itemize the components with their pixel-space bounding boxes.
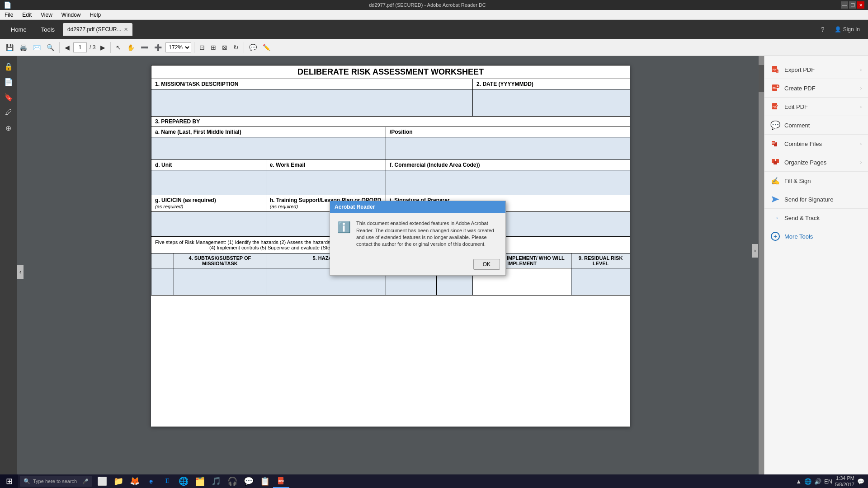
- taskbar-edge[interactable]: E: [159, 474, 175, 488]
- tray-input-method[interactable]: EN: [824, 478, 832, 485]
- menu-view[interactable]: View: [36, 10, 57, 19]
- zoom-select[interactable]: 172% 100% 125% 150%: [165, 42, 191, 52]
- save-button[interactable]: 💾: [4, 42, 16, 53]
- date-cell: [473, 89, 630, 117]
- separator-2: [110, 42, 111, 53]
- taskbar-files[interactable]: 🗂️: [192, 474, 208, 488]
- restore-button[interactable]: ❐: [849, 1, 856, 9]
- fit-page-button[interactable]: ⊡: [197, 42, 207, 53]
- right-panel-collapse-arrow[interactable]: ›: [752, 244, 758, 258]
- bookmark-tool[interactable]: 🔖: [2, 90, 15, 104]
- edit-pdf-item[interactable]: PDF Edit PDF ›: [764, 98, 868, 116]
- taskbar-skype[interactable]: 💬: [241, 474, 257, 488]
- tools-tab[interactable]: Tools: [35, 23, 61, 36]
- comment-item[interactable]: 💬 Comment: [764, 116, 868, 135]
- email-button[interactable]: ✉️: [31, 42, 43, 53]
- taskbar-chrome[interactable]: 🌐: [175, 474, 192, 488]
- fill-sign-item[interactable]: ✍️ Fill & Sign: [764, 172, 868, 190]
- nav-bar: Home Tools dd2977.pdf (SECUR... ✕ ? 👤 Si…: [0, 20, 868, 39]
- start-button[interactable]: ⊞: [0, 474, 18, 488]
- clock-time: 1:34 PM: [835, 475, 854, 481]
- dialog-body: ℹ️ This document enabled extended featur…: [330, 213, 505, 255]
- menu-edit[interactable]: Edit: [18, 10, 36, 19]
- uic-cell: [151, 212, 266, 237]
- main-layout: 🔒 📄 🔖 🖊 ⊕ ‹ DELIBERATE RISK ASSESSMENT W…: [0, 56, 868, 474]
- clock-date: 5/8/2017: [835, 481, 854, 488]
- tray-show-hidden[interactable]: ▲: [796, 478, 802, 485]
- toolbar: 💾 🖨️ ✉️ 🔍 ◀ 1 / 3 ▶ ↖ ✋ ➖ ➕ 172% 100% 12…: [0, 39, 868, 56]
- sign-in-button[interactable]: 👤 Sign In: [831, 24, 863, 34]
- taskbar-clip[interactable]: 📋: [257, 474, 273, 488]
- rotate-button[interactable]: ↻: [231, 42, 241, 53]
- content-tool[interactable]: ⊕: [2, 121, 15, 135]
- taskbar-ie[interactable]: e: [143, 474, 159, 488]
- file-tab-close[interactable]: ✕: [124, 27, 128, 33]
- export-pdf-item[interactable]: PDF Export PDF ›: [764, 61, 868, 79]
- cursor-tool[interactable]: ↖: [113, 42, 123, 53]
- dialog-footer: OK: [330, 255, 505, 275]
- annotation-tool[interactable]: 🖊: [2, 106, 15, 119]
- prev-page-button[interactable]: ◀: [62, 42, 72, 53]
- pen-tool[interactable]: ✏️: [260, 42, 273, 53]
- email-cell: [266, 170, 386, 195]
- taskbar: ⊞ 🔍 Type here to search 🎤 ⬜ 📁 🦊 e E 🌐 🗂️…: [0, 474, 868, 488]
- data-row-subtask: [174, 268, 266, 296]
- file-tab[interactable]: dd2977.pdf (SECUR... ✕: [63, 23, 132, 36]
- page-number-input[interactable]: 1: [73, 42, 87, 52]
- mission-cell: [151, 89, 473, 117]
- col4-header: 4. SUBTASK/SUBSTEP OF MISSION/TASK: [174, 253, 266, 268]
- create-pdf-arrow: ›: [860, 86, 862, 91]
- pages-tool[interactable]: 📄: [2, 75, 15, 89]
- tray-volume[interactable]: 🔊: [814, 478, 821, 485]
- zoom-in-button[interactable]: ➕: [152, 42, 164, 53]
- organize-pages-item[interactable]: Organize Pages ›: [764, 153, 868, 172]
- tray-network[interactable]: 🌐: [804, 478, 811, 485]
- svg-rect-12: [774, 161, 777, 164]
- vertical-scrollbar[interactable]: [759, 56, 764, 474]
- print-button[interactable]: 🖨️: [17, 42, 29, 53]
- taskbar-spotify[interactable]: 🎧: [224, 474, 241, 488]
- taskbar-acrobat[interactable]: PDF: [273, 474, 289, 488]
- more-tools-icon: +: [771, 232, 780, 241]
- fit-width-button[interactable]: ⊞: [208, 42, 218, 53]
- taskbar-clock[interactable]: 1:34 PM 5/8/2017: [835, 475, 854, 488]
- left-collapse-arrow[interactable]: ‹: [17, 265, 24, 279]
- more-tools-label: More Tools: [784, 233, 813, 240]
- separator-1: [59, 42, 60, 53]
- next-page-button[interactable]: ▶: [98, 42, 108, 53]
- name-cell: [151, 137, 386, 160]
- menu-help[interactable]: Help: [85, 10, 106, 19]
- more-tools-item[interactable]: + More Tools: [764, 227, 868, 245]
- combine-files-item[interactable]: PDF Combine Files ›: [764, 135, 868, 153]
- lock-tool[interactable]: 🔒: [2, 60, 15, 73]
- tray-action-center[interactable]: 💬: [857, 478, 864, 485]
- taskbar-search-icon: 🔍: [24, 478, 30, 484]
- send-track-item[interactable]: → Send & Track: [764, 209, 868, 227]
- dialog-title-bar: Acrobat Reader: [330, 201, 505, 213]
- close-button[interactable]: ✕: [857, 1, 864, 9]
- send-signature-item[interactable]: Send for Signature: [764, 190, 868, 209]
- hand-tool[interactable]: ✋: [125, 42, 137, 53]
- taskbar-search[interactable]: 🔍 Type here to search 🎤: [20, 476, 92, 487]
- menu-window[interactable]: Window: [57, 10, 85, 19]
- create-pdf-item[interactable]: PDF Create PDF ›: [764, 79, 868, 98]
- full-screen-button[interactable]: ⊠: [220, 42, 230, 53]
- home-tab[interactable]: Home: [5, 23, 33, 36]
- help-button[interactable]: ?: [817, 24, 828, 35]
- data-row-residual: [571, 268, 630, 296]
- send-signature-label: Send for Signature: [784, 196, 862, 203]
- menu-file[interactable]: File: [0, 10, 18, 19]
- menu-bar: File Edit View Window Help: [0, 10, 868, 20]
- taskbar-firefox[interactable]: 🦊: [127, 474, 143, 488]
- dialog-ok-button[interactable]: OK: [473, 259, 500, 270]
- comment-tool[interactable]: 💬: [247, 42, 259, 53]
- taskbar-file-explorer[interactable]: 📁: [110, 474, 127, 488]
- find-button[interactable]: 🔍: [44, 42, 57, 53]
- fill-sign-icon: ✍️: [771, 176, 780, 185]
- taskbar-groove[interactable]: 🎵: [208, 474, 224, 488]
- taskbar-task-view[interactable]: ⬜: [94, 474, 110, 488]
- scrollbar-thumb[interactable]: [759, 65, 764, 92]
- minimize-button[interactable]: —: [841, 1, 848, 9]
- send-track-icon: →: [771, 213, 780, 222]
- zoom-out-button[interactable]: ➖: [138, 42, 151, 53]
